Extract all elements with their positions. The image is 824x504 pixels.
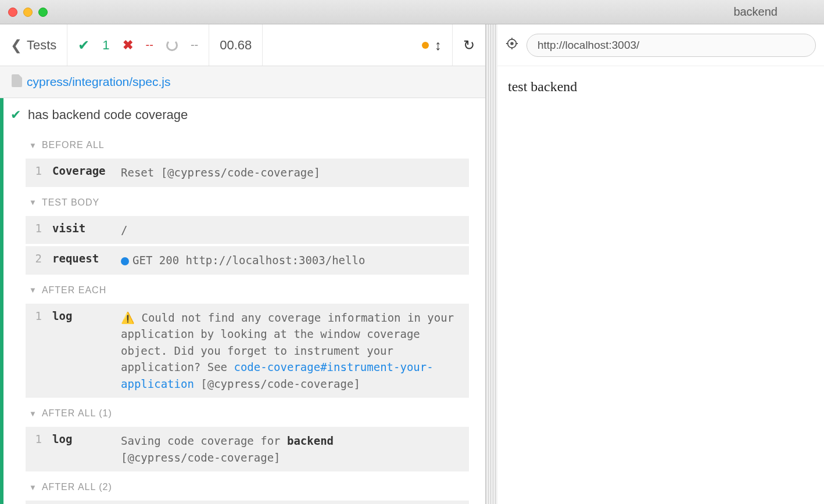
failed-count: -- (146, 38, 153, 52)
command-message: / (121, 222, 461, 239)
command-message: Saving code coverage for backend[@cypres… (121, 433, 461, 466)
command-number: 2 (34, 252, 42, 265)
check-icon: ✔ (78, 37, 89, 53)
chevron-left-icon: ❮ (10, 37, 22, 53)
command-row[interactable]: 1CoverageReset [@cypress/code-coverage] (26, 159, 469, 187)
warning-icon: ⚠️ (121, 311, 135, 324)
window-title: backend (733, 5, 778, 19)
spec-file-bar[interactable]: cypress/integration/spec.js (0, 66, 485, 98)
caret-down-icon: ▼ (29, 409, 37, 418)
url-input[interactable] (526, 34, 816, 57)
selector-playground-icon[interactable] (506, 37, 518, 53)
request-dot-icon (121, 257, 129, 265)
aut-panel: test backend (497, 24, 824, 504)
caret-down-icon: ▼ (29, 286, 37, 294)
test-title: has backend code coverage (28, 107, 188, 123)
command-row[interactable]: 1visit/ (26, 216, 469, 244)
command-row[interactable]: 1log⚠️ Could not find any coverage infor… (26, 304, 469, 398)
hook-header[interactable]: ▼AFTER EACH (26, 277, 469, 304)
passed-count: 1 (102, 38, 109, 53)
command-number: 1 (34, 433, 42, 445)
command-row[interactable]: 1CoverageGenerating report [@cypress/cod… (26, 501, 469, 504)
svg-point-1 (511, 42, 513, 45)
command-number: 1 (34, 164, 42, 177)
doc-link[interactable]: code-coverage#instrument-your-applicatio… (121, 361, 434, 390)
duration: 00.68 (209, 24, 263, 66)
hook-label: TEST BODY (42, 197, 99, 208)
command-row[interactable]: 1logSaving code coverage for backend[@cy… (26, 427, 469, 471)
pass-indicator-bar (0, 98, 3, 504)
command-number: 1 (34, 222, 42, 235)
minimize-window-button[interactable] (23, 8, 33, 17)
command-name: visit (52, 222, 110, 235)
command-number: 1 (34, 309, 42, 322)
caret-down-icon: ▼ (29, 141, 37, 150)
hook-label: AFTER ALL (2) (42, 482, 112, 492)
viewport-indicator[interactable]: ↕ (411, 24, 453, 66)
status-dot-icon (422, 42, 429, 49)
back-to-tests-button[interactable]: ❮ Tests (0, 24, 67, 66)
pending-count: -- (191, 38, 198, 52)
hooks-container: ▼BEFORE ALL1CoverageReset [@cypress/code… (0, 132, 485, 504)
file-icon (12, 74, 22, 89)
reload-icon: ↻ (463, 37, 475, 53)
preview-body: test backend (508, 79, 577, 94)
rerun-button[interactable]: ↻ (453, 24, 485, 66)
url-bar (497, 24, 824, 66)
back-label: Tests (27, 38, 56, 53)
caret-down-icon: ▼ (29, 198, 37, 207)
aut-preview[interactable]: test backend (497, 66, 824, 107)
close-window-button[interactable] (8, 8, 17, 17)
command-message: ⚠️ Could not find any coverage informati… (121, 309, 461, 393)
hook-header[interactable]: ▼AFTER ALL (2) (26, 474, 469, 501)
resize-icon: ↕ (435, 37, 442, 53)
spec-path: cypress/integration/spec.js (27, 75, 170, 89)
hook-header[interactable]: ▼BEFORE ALL (26, 132, 469, 159)
titlebar: backend (0, 0, 824, 24)
pending-icon (166, 39, 178, 51)
hook-label: BEFORE ALL (42, 140, 105, 150)
command-row[interactable]: 2requestGET 200 http://localhost:3003/he… (26, 246, 469, 275)
command-name: log (52, 309, 110, 322)
reporter-header: ❮ Tests ✔ 1 ✖ -- -- 00.68 ↕ ↻ (0, 24, 485, 66)
check-icon: ✔ (10, 107, 21, 123)
command-message: GET 200 http://localhost:3003/hello (121, 252, 461, 269)
command-name: Coverage (52, 164, 110, 177)
command-name: request (52, 252, 110, 265)
command-name: log (52, 433, 110, 445)
header-spacer (263, 24, 411, 66)
x-icon: ✖ (123, 38, 133, 53)
test-list: ✔ has backend code coverage ▼BEFORE ALL1… (0, 98, 485, 504)
window-controls (8, 8, 48, 17)
hook-header[interactable]: ▼TEST BODY (26, 189, 469, 216)
hook-label: AFTER ALL (1) (42, 408, 112, 419)
test-stats: ✔ 1 ✖ -- -- (67, 24, 209, 66)
command-message: Reset [@cypress/code-coverage] (121, 164, 461, 181)
maximize-window-button[interactable] (38, 8, 48, 17)
reporter-panel: ❮ Tests ✔ 1 ✖ -- -- 00.68 ↕ ↻ (0, 24, 486, 504)
hook-header[interactable]: ▼AFTER ALL (1) (26, 400, 469, 427)
caret-down-icon: ▼ (29, 483, 37, 492)
main-area: ❮ Tests ✔ 1 ✖ -- -- 00.68 ↕ ↻ (0, 24, 824, 504)
test-title-row[interactable]: ✔ has backend code coverage (0, 98, 485, 132)
hook-label: AFTER EACH (42, 285, 106, 296)
panel-resize-handle[interactable] (486, 24, 497, 504)
